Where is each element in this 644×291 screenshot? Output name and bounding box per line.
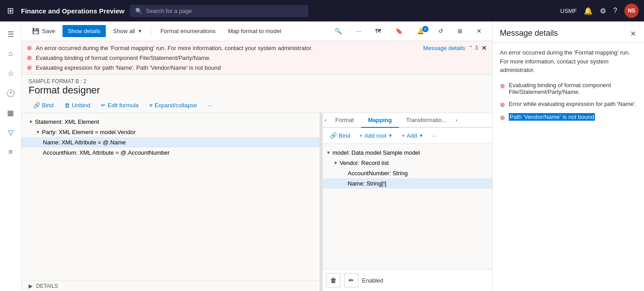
tab-format[interactable]: Format xyxy=(328,113,361,128)
unbind-button[interactable]: 🗑 Unbind xyxy=(60,100,95,111)
refresh-button[interactable]: ↺ xyxy=(433,25,449,37)
vendor-arrow-icon: ▼ xyxy=(333,160,338,165)
unbind-icon: 🗑 xyxy=(64,102,70,109)
new-window-button[interactable]: ⊞ xyxy=(452,25,468,37)
msg-error-text-1: Evaluating binding of format component F… xyxy=(509,82,637,95)
error-icon-2: ⊗ xyxy=(27,54,32,61)
expand-collapse-button[interactable]: ≡ Expand/collapse xyxy=(145,100,202,111)
enabled-label: Enabled xyxy=(362,277,383,284)
map-item-accountnumber[interactable]: AccountNumber: String xyxy=(323,168,492,178)
statement-arrow-icon: ▼ xyxy=(29,119,33,124)
msg-error-item-3: ⊗ Path 'Vendor/Name' is not bound xyxy=(500,114,637,121)
map-format-button[interactable]: Map format to model xyxy=(223,25,287,37)
show-all-button[interactable]: Show all ▼ xyxy=(108,25,147,37)
error-nav: ⌃ 3 xyxy=(469,45,478,51)
settings-icon[interactable]: ⚙ xyxy=(600,7,606,15)
search-placeholder: Search for a page xyxy=(146,8,192,14)
msg-error-item-2: ⊗ Error while evaluating expression for … xyxy=(500,101,637,108)
message-panel-close-button[interactable]: ✕ xyxy=(629,29,637,39)
search-bar[interactable]: 🔍 Search for a page xyxy=(130,5,308,17)
edit-formula-icon: ✏ xyxy=(101,102,106,109)
sidebar-item-workspaces[interactable]: ▦ xyxy=(2,104,20,122)
bookmark-icon-button[interactable]: 🔖 xyxy=(390,25,408,37)
message-details-link[interactable]: Message details xyxy=(423,45,465,51)
designer-panels: ▼ Statement: XML Element ▼ Party: XML El… xyxy=(21,113,492,291)
save-icon: 💾 xyxy=(32,28,39,34)
search-icon-button[interactable]: 🔍 xyxy=(329,25,347,37)
sidebar-item-favorites[interactable]: ☆ xyxy=(2,64,20,82)
tab-transformation[interactable]: Transformatio... xyxy=(399,113,454,128)
map-item-vendor[interactable]: ▼ Vendor: Record list xyxy=(323,158,492,168)
more-designer-options-button[interactable]: ··· xyxy=(204,100,217,111)
tree-item-party[interactable]: ▼ Party: XML Element = model.Vendor xyxy=(21,127,320,137)
bind-button[interactable]: 🔗 Bind xyxy=(29,100,58,111)
error-row-3: ⊗ Evaluating expression for path 'Name'.… xyxy=(27,63,487,72)
mapping-bottom: 🗑 ✏ Enabled xyxy=(323,269,492,291)
map-bind-button[interactable]: 🔗 Bind xyxy=(326,131,354,141)
sidebar-item-modules[interactable]: ≡ xyxy=(2,143,20,161)
details-row[interactable]: ▶ DETAILS xyxy=(21,281,320,291)
search-icon: 🔍 xyxy=(135,8,142,14)
error-close-button[interactable]: ✕ xyxy=(482,44,487,51)
content-area: 💾 Save Show details Show all ▼ Format en… xyxy=(21,21,492,291)
mapping-panel: ‹ Format Mapping Transformatio... › xyxy=(323,113,492,291)
sidebar-item-home[interactable]: ⌂ xyxy=(2,45,20,63)
close-button[interactable]: ✕ xyxy=(471,25,487,37)
save-button[interactable]: 💾 Save xyxy=(27,25,61,37)
map-item-model[interactable]: ▼ model: Data model Sample model xyxy=(323,148,492,158)
error-text-1: An error occurred during the 'Format map… xyxy=(36,45,313,51)
designer-toolbar: 🔗 Bind 🗑 Unbind ✏ Edit formula ≡ Expand/… xyxy=(21,98,492,113)
add-root-button[interactable]: + Add root ▼ xyxy=(356,131,396,141)
edit-formula-button[interactable]: ✏ Edit formula xyxy=(96,100,143,111)
expand-icon: ≡ xyxy=(150,102,153,109)
main-layout: ☰ ⌂ ☆ 🕐 ▦ ▽ ≡ 💾 Save Show details Show a… xyxy=(0,21,644,291)
details-label: DETAILS xyxy=(36,283,58,289)
party-arrow-icon: ▼ xyxy=(36,130,40,135)
tree-item-statement[interactable]: ▼ Statement: XML Element xyxy=(21,117,320,127)
sidebar: ☰ ⌂ ☆ 🕐 ▦ ▽ ≡ xyxy=(0,21,21,291)
help-icon[interactable]: ? xyxy=(613,7,617,15)
msg-error-text-3: Path 'Vendor/Name' is not bound xyxy=(509,114,595,120)
tree-item-name[interactable]: Name: XML Attribute = @.Name xyxy=(21,137,320,148)
edit-icon-button[interactable]: ✏ xyxy=(344,273,358,287)
grid-icon[interactable]: ⊞ xyxy=(5,4,16,17)
error-top-row: ⊗ An error occurred during the 'Format m… xyxy=(27,43,487,53)
sidebar-item-menu[interactable]: ☰ xyxy=(2,25,20,43)
company-selector[interactable]: USMF xyxy=(560,8,577,14)
details-arrow-icon: ▶ xyxy=(29,283,33,289)
badge-count: 0 xyxy=(422,26,428,32)
sidebar-item-filter[interactable]: ▽ xyxy=(2,123,20,141)
show-all-chevron-icon: ▼ xyxy=(138,29,142,34)
model-arrow-icon: ▼ xyxy=(326,150,331,155)
error-controls: Message details ⌃ 3 ✕ xyxy=(423,44,487,51)
error-count: 3 xyxy=(475,45,478,51)
message-panel-body: An error occurred during the 'Format map… xyxy=(493,43,644,291)
mapping-tree: ▼ model: Data model Sample model ▼ Vendo… xyxy=(323,144,492,269)
designer-subtitle: SAMPLE FORMAT B : 2 xyxy=(29,78,485,84)
mapping-tab-nav-right[interactable]: › xyxy=(454,113,459,127)
msg-error-item-1: ⊗ Evaluating binding of format component… xyxy=(500,82,637,95)
add-button[interactable]: + Add ▼ xyxy=(398,131,427,141)
show-details-button[interactable]: Show details xyxy=(62,25,106,37)
msg-error-icon-2: ⊗ xyxy=(500,101,505,108)
mapping-toolbar: 🔗 Bind + Add root ▼ + Add ▼ xyxy=(323,128,492,144)
error-banner: ⊗ An error occurred during the 'Format m… xyxy=(21,41,492,75)
format-enumerations-button[interactable]: Format enumerations xyxy=(155,25,221,37)
map-item-name[interactable]: Name: String[!] xyxy=(323,178,492,189)
more-options-button[interactable]: ··· xyxy=(351,25,366,37)
delete-icon-button[interactable]: 🗑 xyxy=(326,273,341,287)
nav-right: USMF 🔔 ⚙ ? NS xyxy=(560,4,639,18)
tab-mapping[interactable]: Mapping xyxy=(361,113,399,128)
sidebar-item-recent[interactable]: 🕐 xyxy=(2,84,20,102)
avatar[interactable]: NS xyxy=(624,4,639,18)
map-icon-button[interactable]: 🗺 xyxy=(370,25,386,37)
error-text-3: Evaluating expression for path 'Name'. P… xyxy=(36,64,487,71)
mapping-tab-nav-left[interactable]: ‹ xyxy=(323,113,328,127)
mapping-more-options[interactable]: ··· xyxy=(428,131,440,141)
delete-icon: 🗑 xyxy=(330,277,337,284)
add-chevron-icon: ▼ xyxy=(419,133,423,138)
tree-item-accountnum[interactable]: AccountNum: XML Attribute = @.AccountNum… xyxy=(21,148,320,158)
notification-icon[interactable]: 🔔 xyxy=(584,7,593,15)
main-toolbar: 💾 Save Show details Show all ▼ Format en… xyxy=(21,21,492,41)
message-description: An error occurred during the 'Format map… xyxy=(500,48,637,75)
